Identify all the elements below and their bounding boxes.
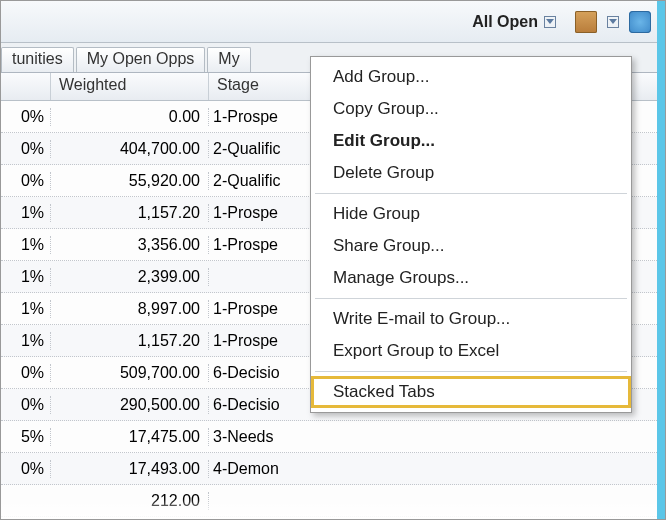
- cell-percent: 5%: [1, 428, 51, 446]
- cell-weighted: 290,500.00: [51, 396, 209, 414]
- cell-percent: 1%: [1, 268, 51, 286]
- cell-weighted: 17,493.00: [51, 460, 209, 478]
- menu-item-manage-groups[interactable]: Manage Groups...: [311, 262, 631, 294]
- cell-weighted: 2,399.00: [51, 268, 209, 286]
- cell-weighted: 8,997.00: [51, 300, 209, 318]
- database-icon[interactable]: [629, 11, 651, 33]
- menu-item-hide-group[interactable]: Hide Group: [311, 198, 631, 230]
- menu-item-stacked-tabs[interactable]: Stacked Tabs: [311, 376, 631, 408]
- bottom-fade: [1, 499, 657, 519]
- cell-percent: 0%: [1, 364, 51, 382]
- menu-item-copy-group[interactable]: Copy Group...: [311, 93, 631, 125]
- right-edge-stripe: [657, 1, 665, 519]
- menu-item-export-group-to-excel[interactable]: Export Group to Excel: [311, 335, 631, 367]
- menu-item-delete-group[interactable]: Delete Group: [311, 157, 631, 189]
- toolbar: All Open: [1, 1, 665, 43]
- cell-percent: 1%: [1, 204, 51, 222]
- cell-weighted: 404,700.00: [51, 140, 209, 158]
- menu-item-edit-group[interactable]: Edit Group...: [311, 125, 631, 157]
- chevron-down-icon[interactable]: [607, 16, 619, 28]
- cell-weighted: 1,157.20: [51, 204, 209, 222]
- tab-opportunities[interactable]: tunities: [1, 47, 74, 72]
- cell-percent: 0%: [1, 460, 51, 478]
- tab-my[interactable]: My: [207, 47, 250, 72]
- cell-weighted: 55,920.00: [51, 172, 209, 190]
- menu-item-share-group[interactable]: Share Group...: [311, 230, 631, 262]
- menu-item-add-group[interactable]: Add Group...: [311, 61, 631, 93]
- cell-percent: 1%: [1, 300, 51, 318]
- cell-weighted: 3,356.00: [51, 236, 209, 254]
- cell-percent: 1%: [1, 236, 51, 254]
- cell-weighted: 0.00: [51, 108, 209, 126]
- table-row[interactable]: 5%17,475.003-Needs: [1, 421, 665, 453]
- menu-separator: [315, 298, 627, 299]
- cell-weighted: 17,475.00: [51, 428, 209, 446]
- group-icon[interactable]: [575, 11, 597, 33]
- menu-item-write-e-mail-to-group[interactable]: Write E-mail to Group...: [311, 303, 631, 335]
- cell-weighted: 1,157.20: [51, 332, 209, 350]
- cell-percent: 0%: [1, 172, 51, 190]
- cell-percent: 0%: [1, 108, 51, 126]
- tab-my-open-opps[interactable]: My Open Opps: [76, 47, 206, 72]
- cell-percent: 1%: [1, 332, 51, 350]
- cell-stage: 3-Needs: [209, 428, 389, 446]
- column-header-percent[interactable]: [1, 73, 51, 100]
- table-row[interactable]: 0%17,493.004-Demon: [1, 453, 665, 485]
- cell-percent: 0%: [1, 140, 51, 158]
- group-filter-label: All Open: [472, 13, 538, 31]
- column-header-weighted[interactable]: Weighted: [51, 73, 209, 100]
- chevron-down-icon: [544, 16, 556, 28]
- menu-separator: [315, 371, 627, 372]
- cell-stage: 4-Demon: [209, 460, 389, 478]
- context-menu: Add Group...Copy Group...Edit Group...De…: [310, 56, 632, 413]
- cell-percent: 0%: [1, 396, 51, 414]
- menu-separator: [315, 193, 627, 194]
- cell-weighted: 509,700.00: [51, 364, 209, 382]
- group-filter-dropdown[interactable]: All Open: [463, 10, 565, 34]
